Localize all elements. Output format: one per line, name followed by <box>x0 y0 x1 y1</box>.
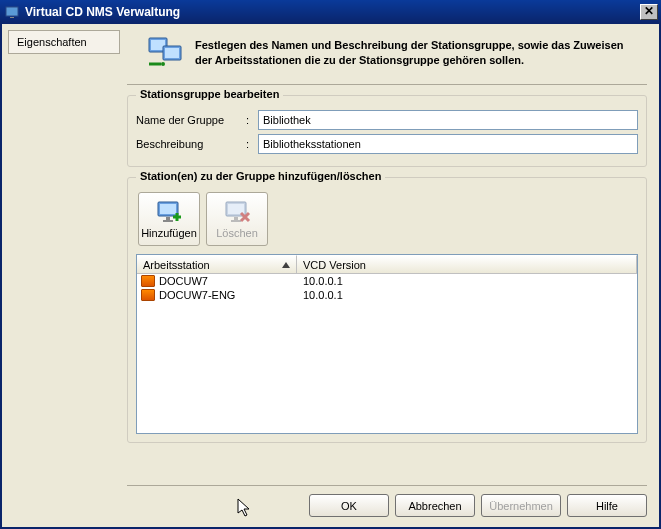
group-desc-input[interactable] <box>258 134 638 154</box>
dialog-button-row: OK Abbrechen Übernehmen Hilfe <box>127 485 647 521</box>
app-icon <box>5 4 21 20</box>
stations-group-icon <box>147 36 183 72</box>
svg-rect-8 <box>160 204 176 214</box>
svg-rect-9 <box>166 217 170 220</box>
add-station-button[interactable]: Hinzufügen <box>138 192 200 246</box>
header-banner: Festlegen des Namen und Beschreibung der… <box>127 30 647 85</box>
delete-station-button: Löschen <box>206 192 268 246</box>
apply-button: Übernehmen <box>481 494 561 517</box>
station-name: DOCUW7-ENG <box>159 289 235 301</box>
svg-rect-1 <box>10 17 14 18</box>
cancel-button[interactable]: Abbrechen <box>395 494 475 517</box>
workstation-icon <box>141 289 155 301</box>
close-button[interactable]: ✕ <box>640 4 658 20</box>
edit-group-box: Stationsgruppe bearbeiten Name der Grupp… <box>127 95 647 167</box>
delete-station-label: Löschen <box>216 227 258 239</box>
station-name: DOCUW7 <box>159 275 208 287</box>
svg-rect-14 <box>234 217 238 220</box>
svg-point-6 <box>161 62 165 66</box>
table-row[interactable]: DOCUW710.0.0.1 <box>137 274 637 288</box>
svg-rect-0 <box>6 7 18 16</box>
station-version: 10.0.0.1 <box>297 275 637 287</box>
col-header-version[interactable]: VCD Version <box>297 255 637 273</box>
col-header-station[interactable]: Arbeitsstation <box>137 255 297 273</box>
stations-box-title: Station(en) zu der Gruppe hinzufügen/lös… <box>136 170 385 182</box>
edit-group-title: Stationsgruppe bearbeiten <box>136 88 283 100</box>
header-description: Festlegen des Namen und Beschreibung der… <box>195 36 639 68</box>
colon: : <box>246 138 258 150</box>
add-station-label: Hinzufügen <box>141 227 197 239</box>
title-bar: Virtual CD NMS Verwaltung ✕ <box>0 0 661 24</box>
svg-rect-10 <box>163 220 173 222</box>
cursor-icon <box>237 498 253 520</box>
ok-button[interactable]: OK <box>309 494 389 517</box>
monitor-plus-icon <box>155 200 183 224</box>
svg-rect-5 <box>165 48 179 58</box>
group-desc-label: Beschreibung <box>136 138 246 150</box>
tab-properties[interactable]: Eigenschaften <box>8 30 120 54</box>
list-header: Arbeitsstation VCD Version <box>137 255 637 274</box>
colon: : <box>246 114 258 126</box>
sort-asc-icon <box>282 262 290 268</box>
station-version: 10.0.0.1 <box>297 289 637 301</box>
monitor-x-icon <box>223 200 251 224</box>
window-title: Virtual CD NMS Verwaltung <box>25 5 640 19</box>
svg-rect-15 <box>231 220 241 222</box>
stations-box: Station(en) zu der Gruppe hinzufügen/lös… <box>127 177 647 443</box>
group-name-label: Name der Gruppe <box>136 114 246 126</box>
content-pane: Festlegen des Namen und Beschreibung der… <box>127 24 659 527</box>
help-button[interactable]: Hilfe <box>567 494 647 517</box>
sidebar: Eigenschaften <box>2 24 127 527</box>
stations-list[interactable]: Arbeitsstation VCD Version DOCUW710.0.0.… <box>136 254 638 434</box>
table-row[interactable]: DOCUW7-ENG10.0.0.1 <box>137 288 637 302</box>
group-name-input[interactable] <box>258 110 638 130</box>
workstation-icon <box>141 275 155 287</box>
